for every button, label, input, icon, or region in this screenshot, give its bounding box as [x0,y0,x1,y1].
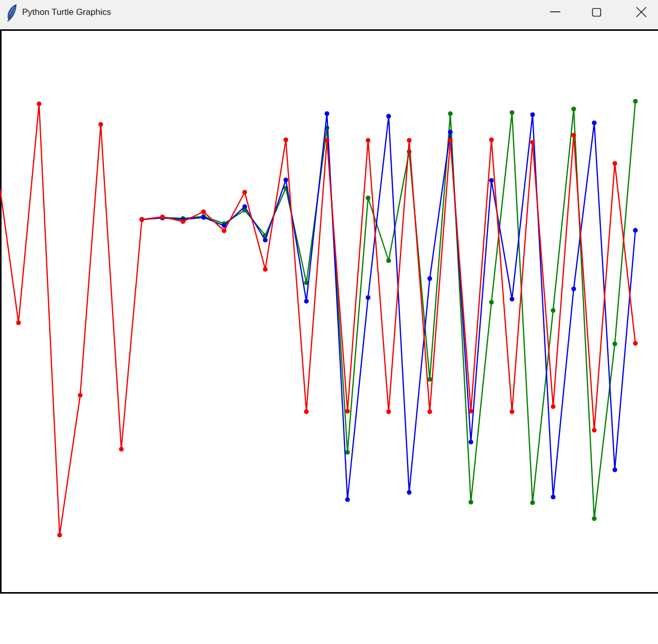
turtle-graphics-window: Python Turtle Graphics [0,0,658,644]
series-green-point-marker [386,258,391,263]
window-title: Python Turtle Graphics [22,7,111,17]
series-red-point-marker [633,341,637,345]
series-red-point-marker [592,428,596,432]
series-green [139,99,637,521]
series-green-point-marker [571,106,576,111]
series-red-point-marker [612,161,617,165]
titlebar: Python Turtle Graphics [0,0,658,29]
series-red-line [0,104,635,535]
series-red-point-marker [16,320,21,325]
minimize-button[interactable] [550,7,561,16]
series-blue-point-marker [551,494,555,499]
chart-series-root [0,99,638,537]
series-green-point-marker [365,195,370,200]
series-green-line [142,101,635,519]
series-red-point-marker [78,393,82,397]
series-red-point-marker [263,267,267,271]
series-blue-point-marker [201,215,206,219]
turtle-canvas [0,29,658,644]
series-green-point-marker [489,300,494,304]
series-red-point-marker [551,404,555,409]
series-red-point-marker [160,214,164,219]
series-red-point-marker [36,101,41,106]
series-green-point-marker [612,341,617,346]
series-blue-point-marker [386,114,391,118]
series-red-point-marker [139,217,144,222]
series-blue-point-marker [468,439,473,444]
series-green-point-marker [468,500,473,504]
series-green-point-marker [448,111,452,116]
series-blue-point-marker [571,286,576,291]
series-blue-point-marker [324,111,329,116]
series-red-point-marker [201,209,206,214]
series-blue-point-marker [263,237,267,242]
series-blue-point-marker [448,130,452,134]
series-blue-point-marker [489,178,494,182]
python-feather-icon [7,4,18,22]
series-red-point-marker [57,532,62,537]
series-green-point-marker [345,450,350,454]
series-blue-point-marker [345,497,350,502]
series-blue-point-marker [509,297,514,301]
series-red-point-marker [180,219,185,224]
series-red-point-marker [530,140,535,144]
series-blue-point-marker [530,112,535,117]
series-red-point-marker [509,409,514,414]
series-red [0,101,638,537]
series-blue-point-marker [633,228,637,232]
series-green-point-marker [407,149,411,154]
series-blue-point-marker [427,276,432,281]
series-blue-point-marker [242,204,247,209]
series-blue-point-marker [407,490,411,494]
frame-left-line [0,29,2,594]
series-green-point-marker [427,377,432,381]
series-red-point-marker [98,122,103,126]
frame-bottom-line [0,592,658,594]
series-green-point-marker [633,99,637,103]
series-blue-point-marker [592,120,596,125]
series-red-point-marker [242,190,247,194]
frame-top-line [0,29,658,31]
series-red-point-marker [571,133,576,137]
series-blue [139,111,637,502]
maximize-button[interactable] [592,7,602,17]
series-red-point-marker [427,409,432,414]
series-green-point-marker [551,308,555,312]
series-red-point-marker [489,137,494,142]
series-green-point-marker [530,500,535,505]
series-blue-point-marker [304,299,308,303]
series-green-point-marker [509,110,514,115]
series-red-point-marker [448,138,452,142]
series-red-point-marker [119,447,123,451]
series-red-point-marker [468,409,473,413]
series-red-point-marker [222,228,226,233]
series-blue-point-marker [365,295,370,300]
series-red-point-marker [365,138,370,142]
series-blue-line [142,114,635,500]
series-red-point-marker [345,409,350,413]
series-red-point-marker [324,138,329,142]
series-red-point-marker [304,409,308,414]
series-green-point-marker [592,516,596,521]
series-red-point-marker [283,137,288,142]
series-red-point-marker [407,138,411,142]
series-blue-point-marker [283,177,288,182]
series-blue-point-marker [612,467,617,472]
series-red-point-marker [386,409,391,414]
close-button[interactable] [635,6,647,18]
